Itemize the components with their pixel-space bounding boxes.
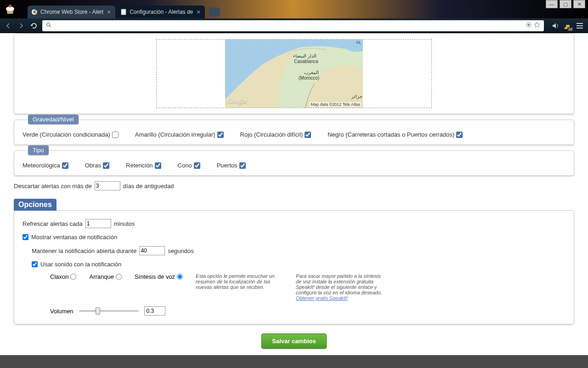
save-row: Salvar cambios — [14, 334, 574, 349]
page-icon — [120, 9, 127, 15]
checkbox[interactable] — [155, 162, 161, 169]
options-body: Refrescar alertas cada minutos Mostrar v… — [14, 210, 574, 324]
discard-row: Descartar alertas con más de días de ant… — [14, 181, 574, 190]
chrome-store-icon — [31, 9, 38, 15]
legend-gravity: Gravedad/Nivel — [28, 115, 79, 124]
volume-row: Volumen — [50, 306, 565, 316]
check-puertos[interactable]: Puertos — [217, 162, 246, 169]
speakit-hint: Para sacar mayor partido a la síntesis d… — [296, 273, 383, 301]
tab-title: Chrome Web Store - Alert — [40, 9, 103, 15]
check-amarillo[interactable]: Amarillo (Circulación irregular) — [135, 131, 224, 138]
browser-toolbar: 32 — [0, 18, 588, 33]
minimize-button[interactable]: — — [546, 0, 558, 8]
svg-rect-9 — [566, 25, 570, 27]
use-sound-row: Usar sonido con la notificación — [32, 261, 565, 268]
keep-seconds-input[interactable] — [139, 246, 165, 255]
discard-days-input[interactable] — [95, 181, 120, 190]
url-bar[interactable] — [42, 20, 544, 31]
checkbox[interactable] — [305, 132, 311, 138]
extension-icons: 32 — [551, 21, 584, 30]
url-input[interactable] — [54, 22, 523, 29]
map-label: المغرب — [304, 70, 319, 75]
gravity-fieldset: Gravedad/Nivel Verde (Circulación condic… — [14, 120, 574, 145]
slider-thumb[interactable] — [96, 307, 100, 315]
map-label: Casablanca — [294, 59, 318, 64]
back-button[interactable] — [4, 21, 13, 30]
check-meteo[interactable]: Meteorológica — [23, 162, 68, 169]
tab-chrome-web-store[interactable]: Chrome Web Store - Alert × — [28, 6, 115, 18]
map-image: الدار البيضاء Casablanca المغرب (Morocco… — [225, 40, 363, 108]
window-controls: — ▢ ✕ — [546, 0, 585, 8]
svg-rect-4 — [121, 9, 126, 15]
radio-arranque[interactable]: Arranque — [89, 273, 121, 280]
checkbox[interactable] — [194, 162, 200, 169]
check-cono[interactable]: Cono — [178, 162, 200, 169]
svg-point-8 — [528, 24, 530, 26]
speakit-link[interactable]: Obtener gratis SpeakIt! — [296, 295, 348, 301]
map-label: (Morocco) — [299, 75, 319, 80]
discard-suffix: días de antiguedad — [123, 183, 174, 190]
star-icon[interactable] — [534, 22, 540, 29]
checkbox[interactable] — [103, 162, 109, 169]
google-logo: Google — [228, 98, 247, 105]
checkbox[interactable] — [217, 132, 224, 138]
map-attribution: Map data ©2012 Tele Atlas — [310, 102, 361, 107]
tab-strip: Chrome Web Store - Alert × Configuración… — [28, 6, 220, 18]
checkbox[interactable] — [456, 132, 463, 138]
options-section: Opciones Refrescar alertas cada minutos … — [14, 199, 574, 324]
check-rojo[interactable]: Rojo (Circulación difícil) — [240, 131, 311, 138]
map-widget[interactable]: الدار البيضاء Casablanca المغرب (Morocco… — [156, 39, 432, 108]
badge-count: 32 — [567, 27, 573, 31]
discard-prefix: Descartar alertas con más de — [14, 183, 92, 190]
checkbox[interactable] — [112, 132, 119, 138]
keep-open-row: Mantener la notificación abierta durante… — [32, 246, 565, 255]
map-label: جزائر — [351, 94, 362, 99]
svg-point-5 — [47, 23, 50, 26]
sound-ext-icon[interactable] — [551, 21, 560, 30]
use-sound-checkbox[interactable] — [32, 261, 38, 267]
new-tab-button[interactable] — [209, 7, 220, 17]
menu-icon[interactable] — [575, 21, 584, 30]
refresh-minutes-input[interactable] — [85, 219, 111, 228]
options-header: Opciones — [14, 199, 57, 211]
svg-rect-11 — [577, 25, 583, 26]
maximize-button[interactable]: ▢ — [560, 0, 571, 8]
check-retencion[interactable]: Retención — [126, 162, 161, 169]
radio[interactable] — [70, 274, 76, 280]
target-icon[interactable] — [526, 22, 532, 29]
content-viewport[interactable]: الدار البيضاء Casablanca المغرب (Morocco… — [0, 33, 588, 368]
map-label: الدار البيضاء — [293, 53, 317, 58]
volume-slider[interactable] — [79, 310, 139, 312]
window-titlebar: Chrome Web Store - Alert × Configuración… — [0, 0, 588, 18]
search-icon — [46, 22, 51, 29]
radio-sintesis[interactable]: Síntesis de voz — [135, 273, 183, 280]
checkbox[interactable] — [239, 162, 246, 169]
map-card: الدار البيضاء Casablanca المغرب (Morocco… — [14, 33, 574, 114]
forward-button[interactable] — [17, 21, 26, 30]
sound-options-row: Claxon Arranque Síntesis de voz Esta opc… — [50, 273, 565, 301]
tab-configuracion[interactable]: Configuración - Alertas de × — [117, 6, 205, 18]
radio[interactable] — [116, 274, 122, 280]
radio[interactable] — [177, 274, 183, 280]
reload-button[interactable] — [29, 21, 39, 30]
radio-claxon[interactable]: Claxon — [50, 273, 76, 280]
svg-rect-10 — [577, 23, 583, 24]
check-obras[interactable]: Obras — [85, 162, 109, 169]
check-verde[interactable]: Verde (Circulación condicionada) — [23, 131, 119, 138]
close-icon[interactable]: × — [196, 9, 201, 15]
traffic-ext-icon[interactable]: 32 — [563, 21, 572, 30]
show-notif-row: Mostrar ventanas de notificación — [23, 234, 565, 241]
close-button[interactable]: ✕ — [573, 0, 585, 8]
legend-tipo: Tipo — [28, 145, 49, 155]
svg-line-6 — [50, 26, 51, 27]
show-notif-checkbox[interactable] — [23, 234, 28, 240]
volume-value-input[interactable] — [144, 306, 165, 316]
checkbox[interactable] — [62, 162, 68, 169]
app-icon — [4, 3, 17, 16]
sintesis-hint: Esta opción le permite escuchar un resum… — [196, 273, 283, 290]
close-icon[interactable]: × — [106, 9, 112, 15]
check-negro[interactable]: Negro (Carreteras cortadas o Puertos cer… — [328, 131, 463, 138]
svg-rect-12 — [577, 28, 583, 29]
page-content: الدار البيضاء Casablanca المغرب (Morocco… — [0, 33, 588, 358]
save-button[interactable]: Salvar cambios — [261, 334, 326, 349]
